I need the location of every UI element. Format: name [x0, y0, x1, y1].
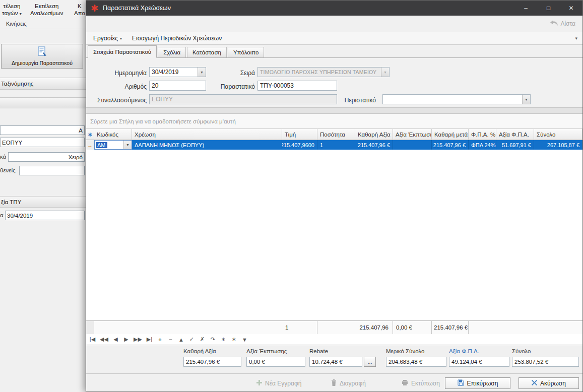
- nav-bookmark-button[interactable]: ∗: [220, 336, 227, 343]
- code-dropdown-icon[interactable]: ▼: [123, 141, 132, 149]
- column-header-net[interactable]: Καθαρή Αξία: [355, 128, 393, 140]
- splitter-bar[interactable]: [86, 107, 582, 114]
- incident-field[interactable]: ▼: [382, 94, 531, 104]
- group-by-panel[interactable]: Σύρετε μια Στήλη για να ομαδοποιήσετε σύ…: [86, 114, 582, 128]
- nav-cancel-button[interactable]: ✗: [199, 336, 206, 343]
- column-header-quantity[interactable]: Ποσότητα: [317, 128, 355, 140]
- column-header-vat-amount[interactable]: Αξία Φ.Π.Α.: [496, 128, 534, 140]
- table-row[interactable]: → ΔΜ ▼ ΔΑΠΑΝΗ ΜΗΝΟΣ (ΕΟΠΥΥ) 215.407,9600…: [86, 140, 582, 150]
- price-cell[interactable]: 215.407,9600: [282, 140, 317, 150]
- totals-discount-field[interactable]: 0,00 €: [246, 357, 305, 367]
- filter-field-eopyy[interactable]: ΕΟΠΥΥ: [0, 138, 85, 147]
- column-header-price[interactable]: Τιμή: [282, 128, 317, 140]
- totals-subtotal-field[interactable]: 204.683,48 €: [386, 357, 446, 367]
- minimize-button[interactable]: –: [514, 1, 537, 16]
- grid-navigator: |◀ ◀◀ ◀ ▶ ▶▶ ▶| + − ▲ ✓ ✗ ↷ ∗ ∗ ▼: [86, 334, 582, 345]
- nav-next-button[interactable]: ▶: [123, 336, 129, 343]
- ribbon-item-syntages-line2: ταγών ▾: [2, 10, 22, 18]
- nav-goto-bookmark-button[interactable]: ∗: [231, 336, 237, 343]
- total-cell[interactable]: 267.105,87 €: [534, 140, 582, 150]
- nav-post-button[interactable]: ✓: [188, 336, 195, 343]
- create-document-button[interactable]: Δημιουργία Παραστατικού: [1, 44, 83, 69]
- document-field[interactable]: ΤΠΥ-000053: [257, 81, 337, 91]
- tpy-date-field[interactable]: 30/4/2019: [5, 211, 85, 220]
- filter-field-patients[interactable]: [19, 166, 85, 175]
- close-button[interactable]: ✕: [560, 1, 582, 16]
- menu-ergasies[interactable]: Εργασίες ▾: [88, 35, 127, 42]
- filter-field-xeiro[interactable]: Χειρό: [8, 152, 85, 162]
- filter-field-1[interactable]: Α: [0, 125, 85, 135]
- summary-spacer: [94, 321, 282, 334]
- nav-filter-button[interactable]: ▼: [241, 337, 248, 343]
- tab-status[interactable]: Κατάσταση: [187, 47, 227, 57]
- filter-label-patients: θενείς: [0, 167, 16, 173]
- totals-vat-field[interactable]: 49.124,04 €: [449, 357, 509, 367]
- totals-rebate-field[interactable]: 10.724,48 €: [309, 357, 362, 367]
- tab-comments[interactable]: Σχόλια: [158, 47, 186, 57]
- quantity-cell[interactable]: 1: [317, 140, 355, 150]
- new-record-button[interactable]: Νέα Εγγραφή: [252, 377, 306, 389]
- grid-empty-area[interactable]: [86, 150, 582, 320]
- column-header-code[interactable]: Κωδικός: [94, 128, 132, 140]
- nav-edit-button[interactable]: ▲: [178, 337, 184, 343]
- confirm-button[interactable]: Επικύρωση: [445, 377, 510, 389]
- column-header-charge[interactable]: Χρέωση: [132, 128, 282, 140]
- print-button[interactable]: Εκτύπωση: [398, 377, 444, 389]
- save-icon: [458, 379, 464, 387]
- date-field[interactable]: 30/4/2019 ▼: [149, 67, 206, 77]
- nav-delete-button[interactable]: −: [167, 337, 174, 343]
- filter-field-eopyy-value: ΕΟΠΥΥ: [2, 140, 22, 146]
- nav-next-page-button[interactable]: ▶▶: [134, 336, 142, 343]
- net-after-cell[interactable]: 215.407,96 €: [432, 140, 469, 150]
- number-field[interactable]: 20: [149, 81, 206, 91]
- totals-net-value: 215.407,96 €: [186, 359, 220, 365]
- dialog-titlebar[interactable]: Παραστατικά Χρεώσεων – □ ✕: [86, 1, 582, 16]
- plus-icon: [256, 380, 262, 387]
- rebate-more-button[interactable]: ...: [364, 357, 376, 367]
- nav-refresh-button[interactable]: ↷: [210, 336, 216, 343]
- column-header-vat-pct[interactable]: Φ.Π.Α. %: [469, 128, 496, 140]
- discount-cell[interactable]: [393, 140, 432, 150]
- nav-last-button[interactable]: ▶|: [146, 336, 153, 343]
- incident-dropdown-icon[interactable]: ▼: [522, 95, 530, 104]
- tpy-date-label: α: [0, 212, 4, 218]
- tab-balance[interactable]: Υπόλοιπο: [228, 47, 264, 57]
- maximize-button[interactable]: □: [537, 1, 560, 16]
- ribbon-item-analosima[interactable]: Εκτέλεση Αναλωσίμων: [30, 3, 63, 17]
- nav-prev-page-button[interactable]: ◀◀: [100, 336, 108, 343]
- ribbon-item-syntages[interactable]: τέλεση ταγών ▾: [2, 3, 22, 18]
- ribbon-item-cut-line2: Απο: [74, 10, 85, 17]
- code-cell-editor[interactable]: ΔΜ ▼: [94, 140, 132, 150]
- number-value: 20: [152, 82, 206, 89]
- nav-prev-button[interactable]: ◀: [112, 336, 119, 343]
- series-value: ΤΙΜΟΛΟΓΙΟ ΠΑΡΟΧΗΣ ΥΠΗΡΕΣΙΩΝ ΤΑΜΕΙΟΥ: [260, 69, 381, 75]
- vat-pct-cell[interactable]: ΦΠΑ 24%: [469, 140, 496, 150]
- cancel-button[interactable]: Ακύρωση: [519, 377, 579, 389]
- delete-button[interactable]: Διαγραφή: [327, 377, 370, 389]
- menubar-overflow-icon[interactable]: ▾: [575, 36, 580, 41]
- document-new-icon: [36, 46, 48, 59]
- list-button[interactable]: Λίστα: [550, 20, 575, 27]
- column-header-total[interactable]: Σύνολο: [534, 128, 582, 140]
- totals-discount-value: 0,00 €: [249, 359, 265, 365]
- charges-grid: ∗ Κωδικός Χρέωση Τιμή Ποσότητα Καθαρή Αξ…: [86, 128, 582, 345]
- nav-first-button[interactable]: |◀: [89, 336, 96, 343]
- column-header-discount[interactable]: Αξία Έκπτωσι: [393, 128, 432, 140]
- vat-amount-cell[interactable]: 51.697,91 €: [496, 140, 534, 150]
- totals-rebate-label: Rebate: [309, 348, 328, 354]
- summary-indicator: [86, 321, 94, 334]
- charge-cell[interactable]: ΔΑΠΑΝΗ ΜΗΝΟΣ (ΕΟΠΥΥ): [132, 140, 282, 150]
- totals-total-field[interactable]: 253.807,52 €: [512, 357, 579, 367]
- nav-append-button[interactable]: +: [157, 337, 163, 343]
- net-cell[interactable]: 215.407,96 €: [355, 140, 393, 150]
- grid-header-row: ∗ Κωδικός Χρέωση Τιμή Ποσότητα Καθαρή Αξ…: [86, 128, 582, 140]
- totals-vat-label: Αξία Φ.Π.Α.: [449, 348, 479, 354]
- ribbon-item-analosima-line2: Αναλωσίμων: [30, 10, 63, 17]
- column-header-net-after[interactable]: Καθαρή μετά: [432, 128, 469, 140]
- totals-net-field[interactable]: 215.407,96 €: [183, 357, 241, 367]
- menu-periodic-charges[interactable]: Εισαγωγή Περιοδικών Χρεώσεων: [127, 35, 227, 42]
- ribbon-item-cut[interactable]: Κ Απο: [74, 3, 85, 17]
- group-by-hint: Σύρετε μια Στήλη για να ομαδοποιήσετε σύ…: [90, 118, 236, 124]
- background-app: τέλεση ταγών ▾ Εκτέλεση Αναλωσίμων Κ Απο…: [0, 0, 86, 392]
- tab-document-details[interactable]: Στοιχεία Παραστατικού: [88, 45, 157, 58]
